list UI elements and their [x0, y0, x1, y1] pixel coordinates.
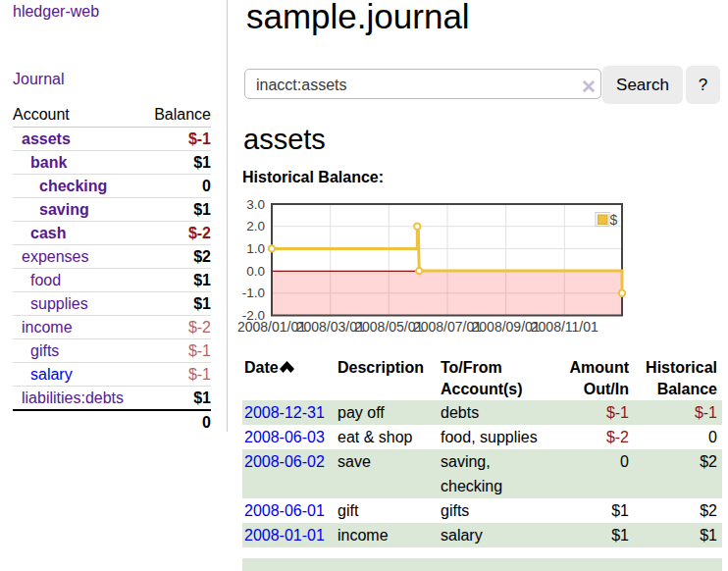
svg-text:2.0: 2.0: [246, 219, 265, 234]
svg-text:$: $: [610, 212, 618, 228]
svg-text:1.0: 1.0: [246, 241, 265, 256]
svg-text:-1.0: -1.0: [242, 286, 265, 300]
svg-text:0.0: 0.0: [246, 264, 265, 279]
svg-text:2008/11/01: 2008/11/01: [531, 319, 598, 335]
svg-text:3.0: 3.0: [246, 197, 265, 212]
